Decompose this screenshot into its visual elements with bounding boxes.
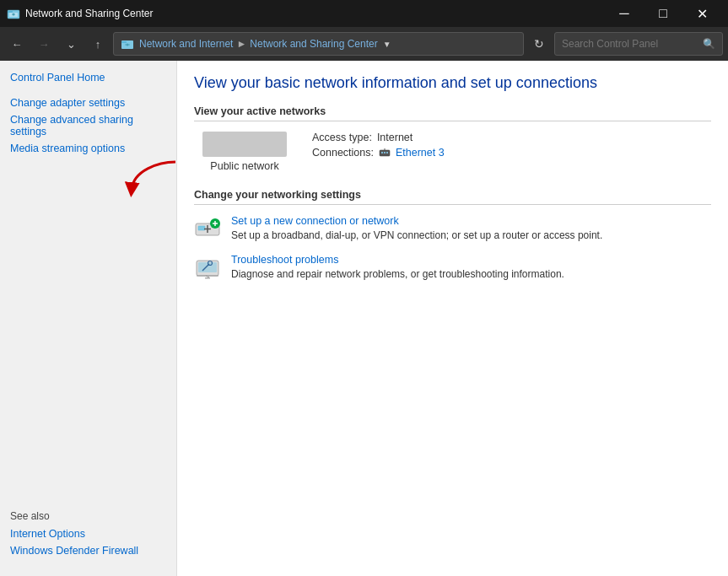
- sidebar-link-internet-options[interactable]: Internet Options: [10, 525, 166, 542]
- breadcrumb-network-internet[interactable]: Network and Internet: [139, 38, 233, 50]
- troubleshoot-icon: [194, 254, 221, 281]
- settings-list: Set up a new connection or network Set u…: [194, 215, 711, 281]
- address-bar: ← → ⌄ ↑ Network and Internet ► Network a…: [0, 27, 728, 61]
- settings-item-troubleshoot: Troubleshoot problems Diagnose and repai…: [194, 254, 711, 281]
- new-connection-text: Set up a new connection or network Set u…: [231, 215, 711, 241]
- see-also-title: See also: [10, 510, 166, 522]
- ethernet-icon: [379, 147, 391, 159]
- content-area: View your basic network information and …: [177, 61, 728, 576]
- breadcrumb-sep: ►: [236, 38, 246, 50]
- svg-rect-7: [121, 41, 127, 43]
- connections-label: Connections:: [312, 147, 374, 159]
- refresh-button[interactable]: ↻: [527, 32, 551, 56]
- window-controls: ─ □ ✕: [605, 0, 721, 27]
- svg-rect-13: [384, 152, 386, 153]
- network-icon-area: Public network: [194, 132, 295, 172]
- new-connection-link[interactable]: Set up a new connection or network: [231, 215, 711, 227]
- back-button[interactable]: ←: [5, 32, 29, 56]
- maximize-button[interactable]: □: [644, 0, 682, 27]
- app-icon: [7, 7, 20, 20]
- svg-rect-12: [381, 152, 383, 153]
- troubleshoot-svg: [194, 254, 221, 281]
- settings-item-new-connection: Set up a new connection or network Set u…: [194, 215, 711, 242]
- network-details: Access type: Internet Connections: Ether…: [312, 132, 445, 159]
- breadcrumb-sharing-center[interactable]: Network and Sharing Center: [250, 38, 377, 50]
- svg-rect-1: [8, 11, 13, 13]
- svg-rect-24: [198, 262, 217, 272]
- access-type-row: Access type: Internet: [312, 132, 445, 143]
- connections-row: Connections: Ethernet 3: [312, 147, 445, 159]
- new-connection-icon: [194, 215, 221, 242]
- search-box[interactable]: 🔍: [554, 32, 723, 56]
- search-input[interactable]: [562, 38, 703, 50]
- forward-button[interactable]: →: [32, 32, 56, 56]
- title-bar: Network and Sharing Center ─ □ ✕: [0, 0, 728, 27]
- network-name: Public network: [210, 160, 278, 172]
- active-networks-header: View your active networks: [194, 105, 711, 121]
- troubleshoot-text: Troubleshoot problems Diagnose and repai…: [231, 254, 711, 280]
- troubleshoot-desc: Diagnose and repair network problems, or…: [231, 268, 564, 280]
- see-also-section: See also Internet Options Windows Defend…: [0, 502, 176, 568]
- sidebar-link-firewall[interactable]: Windows Defender Firewall: [10, 542, 166, 559]
- sidebar: Control Panel Home Change adapter settin…: [0, 61, 177, 576]
- svg-rect-27: [205, 277, 210, 279]
- page-title: View your basic network information and …: [194, 74, 711, 92]
- address-field[interactable]: Network and Internet ► Network and Shari…: [113, 32, 524, 56]
- up-button[interactable]: ↑: [86, 32, 110, 56]
- sidebar-link-adapter-settings[interactable]: Change adapter settings: [0, 94, 176, 111]
- connections-value[interactable]: Ethernet 3: [396, 147, 445, 159]
- close-button[interactable]: ✕: [682, 0, 721, 27]
- troubleshoot-link[interactable]: Troubleshoot problems: [231, 254, 711, 266]
- address-dropdown-button[interactable]: ▼: [378, 32, 396, 56]
- svg-rect-14: [386, 152, 388, 153]
- network-image: [202, 132, 287, 157]
- new-connection-desc: Set up a broadband, dial-up, or VPN conn…: [231, 229, 602, 241]
- folder-icon: [121, 37, 134, 51]
- minimize-button[interactable]: ─: [605, 0, 644, 27]
- main-container: Control Panel Home Change adapter settin…: [0, 61, 728, 576]
- window-title: Network and Sharing Center: [25, 8, 605, 19]
- sidebar-link-control-panel-home[interactable]: Control Panel Home: [0, 69, 176, 86]
- add-connection-svg: [194, 215, 221, 242]
- change-settings-header: Change your networking settings: [194, 189, 711, 205]
- access-type-label: Access type:: [312, 132, 372, 143]
- search-icon: 🔍: [703, 38, 715, 50]
- sidebar-link-media-streaming[interactable]: Media streaming options: [0, 140, 176, 157]
- network-row: Public network Access type: Internet Con…: [194, 132, 711, 172]
- access-type-value: Internet: [377, 132, 413, 143]
- svg-rect-17: [198, 226, 205, 230]
- sidebar-link-advanced-sharing[interactable]: Change advanced sharing settings: [0, 111, 176, 140]
- recent-pages-button[interactable]: ⌄: [59, 32, 83, 56]
